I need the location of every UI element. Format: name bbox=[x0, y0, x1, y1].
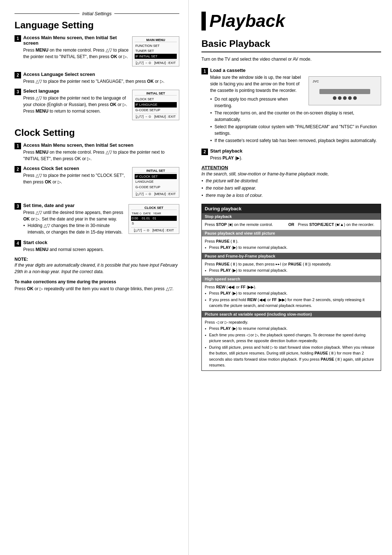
dp-highspeed-body: Press REW (◀◀) or FF (▶▶). Press PLAY (▶… bbox=[202, 282, 381, 311]
correction-note: To make corrections any time during the … bbox=[15, 279, 179, 292]
dp-frame-bullet: Press PLAY (▶) to resume normal playback… bbox=[205, 267, 378, 274]
playback-title-bar bbox=[201, 12, 206, 31]
attention-box: ATTENTION In the search, still, slow-mot… bbox=[201, 165, 381, 199]
menu-item-initial-set: IF INITIAL SET bbox=[135, 54, 177, 59]
playback-step-1-num: 1 bbox=[201, 68, 208, 74]
menu-item-clock-set-lang: CLOCK SET bbox=[135, 97, 177, 102]
clock-setting-title: Clock Setting bbox=[15, 127, 179, 138]
clock-step-3: 3 CLOCK SET TIME ◇ DATE YEAR 0:00 01.01 … bbox=[15, 203, 179, 236]
playback-step-1-bullets: Do not apply too much pressure when inse… bbox=[210, 96, 381, 144]
clock-time-header: TIME ◇ DATE YEAR bbox=[131, 211, 177, 216]
menu-item-language-clock: LANGUAGE bbox=[135, 179, 177, 185]
playback-step-1-content: Load a cassette JVC bbox=[210, 68, 381, 145]
playback-step-2-title: Start playback bbox=[210, 148, 381, 154]
dp-pause-bullet: Press PLAY (▶) to resume normal playback… bbox=[205, 244, 378, 251]
language-step-1-num: 1 bbox=[15, 35, 21, 42]
clock-set-title: CLOCK SET bbox=[131, 206, 177, 210]
clock-step-4-title: Start clock bbox=[23, 240, 179, 245]
note-box: NOTE: If the year digits are automatical… bbox=[15, 256, 179, 275]
vcr-slot bbox=[319, 89, 370, 94]
menu-item-gcode-clock: G-CODE SETUP bbox=[135, 185, 177, 190]
attention-bullet-1: the picture will be distorted. bbox=[201, 178, 381, 184]
main-menu-footer: [△/▽] → ⊙ [MENU] : EXIT bbox=[135, 60, 177, 65]
clock-step-1-body: Press MENU on the remote control. Press … bbox=[23, 149, 179, 162]
clock-step-4-num: 4 bbox=[15, 240, 21, 247]
bullet-recorder-turns-on: The recorder turns on, and the counter o… bbox=[210, 110, 381, 123]
dp-varsearch-header: Picture search at variable speed (includ… bbox=[202, 311, 381, 317]
note-label: NOTE: bbox=[15, 257, 28, 262]
language-setting-section: Language Setting 1 MAIN MENU FUNCTION SE… bbox=[15, 20, 179, 122]
dp-highspeed-bullet-2: If you press and hold REW (◀◀) or FF (▶▶… bbox=[205, 297, 378, 309]
bullet-colour-system: Select the appropriate colour system wit… bbox=[210, 123, 381, 137]
initial-set-diagram-lang: INITIAL SET CLOCK SET IF LANGUAGE G-CODE… bbox=[132, 90, 179, 120]
playback-step-2: 2 Start playback Press PLAY (▶). bbox=[201, 148, 381, 161]
clock-step-1-content: Access Main Menu screen, then Initial Se… bbox=[23, 142, 179, 162]
dp-varsearch-body: Press ◁ or ▷ repeatedly. Press PLAY (▶) … bbox=[202, 317, 381, 370]
during-playback-table: During playback Stop playback Press STOP… bbox=[201, 204, 381, 371]
playback-step-1-title: Load a cassette bbox=[210, 68, 381, 73]
clock-step-4-body: Press MENU and normal screen appears. bbox=[23, 246, 179, 253]
initial-set-footer-clock: [△/▽] → ⊙ [MENU] : EXIT bbox=[135, 191, 177, 196]
dp-header: During playback bbox=[202, 204, 381, 213]
language-step-2-title: Access Language Select screen bbox=[23, 72, 179, 77]
dp-highspeed-header: High speed search bbox=[202, 276, 381, 282]
dp-stop-body: Press STOP (■) on the remote control. OR… bbox=[202, 220, 381, 230]
menu-item-language: IF LANGUAGE bbox=[135, 102, 177, 108]
right-column: Playback Basic Playback Turn on the TV a… bbox=[189, 0, 392, 555]
initial-settings-label: Initial Settings bbox=[79, 11, 115, 16]
dp-frame-text: Press PAUSE (⏸) to pause, then press ▶▶I… bbox=[205, 261, 378, 268]
language-step-2-body: Press △▽ to place the pointer next to "L… bbox=[23, 78, 179, 85]
initial-set-title-lang: INITIAL SET bbox=[135, 92, 177, 96]
clock-step-2-num: 2 bbox=[15, 166, 21, 173]
clock-step-1: 1 Access Main Menu screen, then Initial … bbox=[15, 142, 179, 162]
playback-step-2-content: Start playback Press PLAY (▶). bbox=[210, 148, 381, 161]
language-step-1: 1 MAIN MENU FUNCTION SET TUNER SET IF IN… bbox=[15, 35, 179, 68]
language-step-2-content: Access Language Select screen Press △▽ t… bbox=[23, 72, 179, 85]
language-step-2: 2 Access Language Select screen Press △▽… bbox=[15, 72, 179, 85]
attention-label: ATTENTION bbox=[201, 165, 381, 170]
dp-frame-body: Press PAUSE (⏸) to pause, then press ▶▶I… bbox=[202, 259, 381, 276]
clock-time-value: 0:00 01.01 01 bbox=[131, 216, 177, 221]
bullet-no-pressure: Do not apply too much pressure when inse… bbox=[210, 96, 381, 109]
bullet-safety-tab: If the cassette's record safety tab has … bbox=[210, 137, 381, 144]
clock-step-2: 2 INITIAL SET IF CLOCK SET LANGUAGE G-CO… bbox=[15, 166, 179, 199]
attention-bullet-3: there may be a loss of colour. bbox=[201, 192, 381, 199]
clock-step-4-content: Start clock Press MENU and normal screen… bbox=[23, 240, 179, 253]
initial-set-diagram-clock: INITIAL SET IF CLOCK SET LANGUAGE G-CODE… bbox=[132, 167, 179, 198]
language-setting-title: Language Setting bbox=[15, 20, 179, 31]
playback-title-text: Playback bbox=[209, 11, 285, 31]
left-column: Initial Settings Language Setting 1 MAIN… bbox=[0, 0, 189, 555]
main-menu-diagram: MAIN MENU FUNCTION SET TUNER SET IF INIT… bbox=[132, 36, 179, 67]
clock-setting-section: Clock Setting 1 Access Main Menu screen,… bbox=[15, 127, 179, 292]
dp-frame-header: Pause and Frame-by-Frame playback bbox=[202, 253, 381, 259]
correction-title: To make corrections any time during the … bbox=[15, 279, 179, 284]
basic-playback-title: Basic Playback bbox=[201, 38, 381, 52]
dp-stop-right: Press STOP/EJECT (■/▲) on the recorder. bbox=[298, 222, 378, 228]
note-text: If the year digits are automatically cle… bbox=[15, 262, 179, 275]
clock-step-2-content: INITIAL SET IF CLOCK SET LANGUAGE G-CODE… bbox=[23, 166, 179, 199]
language-step-3-num: 3 bbox=[15, 89, 21, 95]
language-step-3-content: INITIAL SET CLOCK SET IF LANGUAGE G-CODE… bbox=[23, 88, 179, 122]
dp-stop-header: Stop playback bbox=[202, 213, 381, 220]
correction-text: Press OK or ▷ repeatedly until the item … bbox=[15, 285, 179, 292]
vcr-brand: JVC bbox=[313, 80, 319, 83]
page: Initial Settings Language Setting 1 MAIN… bbox=[0, 0, 392, 555]
clock-step-4: 4 Start clock Press MENU and normal scre… bbox=[15, 240, 179, 253]
dp-pause-body: Press PAUSE (⏸). Press PLAY (▶) to resum… bbox=[202, 236, 381, 253]
dp-pause-header: Pause playback and view still picture bbox=[202, 230, 381, 236]
playback-step-2-body: Press PLAY (▶). bbox=[210, 155, 381, 161]
intro-text: Turn on the TV and select the video chan… bbox=[201, 56, 381, 62]
dp-varsearch-bullet-2: Each time you press ◁ or ▷, the playback… bbox=[205, 332, 378, 344]
main-menu-title: MAIN MENU bbox=[135, 38, 177, 42]
menu-item-tuner-set: TUNER SET bbox=[135, 48, 177, 54]
playback-step-1: 1 Load a cassette JVC bbox=[201, 68, 381, 145]
dp-highspeed-bullet-1: Press PLAY (▶) to resume normal playback… bbox=[205, 290, 378, 296]
language-step-2-num: 2 bbox=[15, 72, 21, 78]
language-step-1-content: MAIN MENU FUNCTION SET TUNER SET IF INIT… bbox=[23, 35, 179, 68]
dp-stop-left: Press STOP (■) on the remote control. bbox=[205, 222, 285, 228]
dp-pause-text: Press PAUSE (⏸). bbox=[205, 238, 378, 245]
menu-item-function-set: FUNCTION SET bbox=[135, 43, 177, 49]
language-step-3: 3 INITIAL SET CLOCK SET IF LANGUAGE G-CO… bbox=[15, 88, 179, 122]
clock-step-3-num: 3 bbox=[15, 203, 21, 210]
clock-step-3-bullet: Holding △▽ changes the time in 30-minute… bbox=[23, 222, 179, 235]
